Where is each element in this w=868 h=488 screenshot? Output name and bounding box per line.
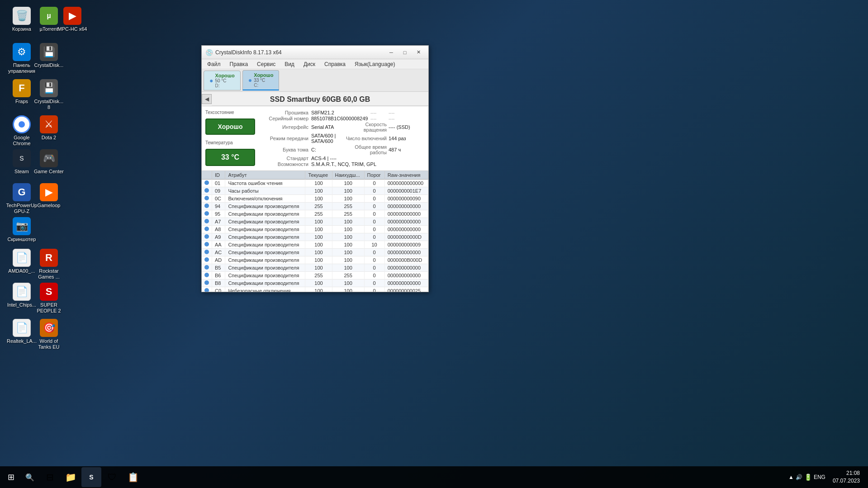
col-worst: Наихудш...	[332, 171, 364, 180]
menu-disk[interactable]: Диск	[300, 60, 319, 68]
table-row[interactable]: A9 Спецификации производителя 100 100 0 …	[202, 233, 428, 241]
row-dot-cell	[202, 187, 212, 195]
row-dot-cell	[202, 280, 212, 287]
clock-time: 21:08	[833, 469, 860, 477]
desktop-icon-rockstar[interactable]: R Rockstar Games ...	[31, 246, 67, 282]
desktop-icon-dota2[interactable]: ⚔ Dota 2	[31, 113, 67, 143]
table-row[interactable]: 94 Спецификации производителя 255 255 0 …	[202, 203, 428, 210]
super-people-icon: S	[40, 283, 58, 301]
row-id: 95	[212, 210, 225, 218]
serial-dash1: ----	[370, 116, 389, 121]
table-row[interactable]: 0C Включения/отключения 100 100 0 000000…	[202, 195, 428, 203]
taskbar-extra-app[interactable]: 📋	[123, 467, 143, 487]
table-row[interactable]: C0 Небезопасные отключения 100 100 0 000…	[202, 287, 428, 292]
table-row[interactable]: B6 Спецификации производителя 255 255 0 …	[202, 272, 428, 280]
row-id: A7	[212, 218, 225, 226]
row-thresh: 10	[364, 241, 384, 249]
systray-lang[interactable]: ENG	[814, 474, 825, 480]
row-thresh: 0	[364, 203, 384, 210]
row-dot-cell	[202, 256, 212, 264]
panel-icon: ⚙	[13, 43, 31, 61]
row-cur: 100	[305, 226, 332, 233]
drive-tab-c[interactable]: ● Хорошо 33 °С C:	[242, 70, 280, 90]
menu-edit[interactable]: Правка	[226, 60, 252, 68]
desktop-icon-gamecenter[interactable]: 🎮 Game Center	[31, 147, 67, 177]
start-button[interactable]: ⊞	[0, 466, 22, 488]
row-thresh: 0	[364, 218, 384, 226]
desktop-icon-mpc[interactable]: ▶ MPC-HC x64	[54, 5, 90, 34]
row-attr: Спецификации производителя	[225, 280, 305, 287]
table-row[interactable]: AD Спецификации производителя 100 100 0 …	[202, 256, 428, 264]
row-attr: Часы работы	[225, 187, 305, 195]
table-row[interactable]: AC Спецификации производителя 100 100 0 …	[202, 249, 428, 256]
row-id: B6	[212, 272, 225, 280]
techpowerup-icon: G	[13, 183, 31, 201]
detail-volume: Буква тома C: Общее время работы 487 ч	[261, 144, 425, 155]
volume-label: Буква тома	[261, 147, 311, 152]
chrome-icon	[13, 115, 31, 133]
row-dot-cell	[202, 272, 212, 280]
row-raw: 00000000000D	[384, 233, 428, 241]
minimize-button[interactable]: ─	[385, 47, 398, 57]
row-cur: 255	[305, 272, 332, 280]
menu-view[interactable]: Вид	[281, 60, 298, 68]
systray: ▲ 🔊 🔋 ENG	[788, 474, 825, 481]
table-row[interactable]: B8 Спецификации производителя 100 100 0 …	[202, 280, 428, 287]
taskbar-file-explorer[interactable]: 📁	[61, 467, 81, 487]
search-button[interactable]: 🔍	[22, 469, 38, 485]
taskbar-steam-app[interactable]: S	[81, 467, 101, 487]
row-worst: 100	[332, 187, 364, 195]
row-thresh: 0	[364, 280, 384, 287]
row-thresh: 0	[364, 226, 384, 233]
rockstar-label: Rockstar Games ...	[33, 268, 65, 280]
row-worst: 100	[332, 218, 364, 226]
drive-c-letter: C:	[254, 83, 273, 88]
row-dot-cell	[202, 287, 212, 292]
info-status-col: Техсостояние Хорошо Температура 33 °С	[205, 110, 255, 167]
firmware-label: Прошивка	[261, 110, 311, 115]
menu-language[interactable]: Язык(Language)	[351, 60, 398, 68]
menu-file[interactable]: Файл	[204, 60, 224, 68]
row-attr: Спецификации производителя	[225, 264, 305, 272]
desktop-icon-gameloop[interactable]: ▶ Gameloop	[31, 181, 67, 211]
taskbar-clock[interactable]: 21:08 07.07.2023	[829, 469, 863, 485]
row-cur: 100	[305, 280, 332, 287]
taskbar-task-view[interactable]: ⊟	[40, 467, 60, 487]
row-dot-cell	[202, 218, 212, 226]
col-id: ID	[212, 171, 225, 180]
maximize-button[interactable]: □	[398, 47, 411, 57]
drive-tab-d[interactable]: ● Хорошо 50 °С D:	[204, 71, 241, 90]
gamecenter-icon: 🎮	[40, 149, 58, 167]
table-row[interactable]: A7 Спецификации производителя 100 100 0 …	[202, 218, 428, 226]
systray-chevron[interactable]: ▲	[788, 474, 794, 480]
table-row[interactable]: 09 Часы работы 100 100 0 0000000001E7	[202, 187, 428, 195]
taskbar-shield-app[interactable]: 🛡	[102, 467, 122, 487]
table-row[interactable]: 95 Спецификации производителя 255 255 0 …	[202, 210, 428, 218]
detail-interface: Интерфейс Serial ATA Скорость вращения -…	[261, 122, 425, 133]
row-thresh: 0	[364, 287, 384, 292]
nav-prev-button[interactable]: ◀	[202, 94, 212, 104]
mpc-label: MPC-HC x64	[58, 26, 87, 32]
row-worst: 100	[332, 256, 364, 264]
row-dot-cell	[202, 195, 212, 203]
menu-service[interactable]: Сервис	[253, 60, 279, 68]
table-row[interactable]: 01 Частота ошибок чтения 100 100 0 00000…	[202, 180, 428, 187]
col-dot	[202, 171, 212, 180]
world-tanks-icon: 🎯	[40, 319, 58, 337]
desktop-icon-screenshot[interactable]: 📷 Скриншотер	[4, 215, 40, 245]
table-row[interactable]: AA Спецификации производителя 100 100 10…	[202, 241, 428, 249]
desktop-icon-crystaldisk2[interactable]: 💾 CrystalDisk... 8	[31, 77, 67, 113]
row-id: AA	[212, 241, 225, 249]
systray-battery[interactable]: 🔋	[804, 474, 812, 481]
smart-table-container[interactable]: ID Атрибут Текущее Наихудш... Порог Raw-…	[202, 171, 428, 292]
table-row[interactable]: B5 Спецификации производителя 100 100 0 …	[202, 264, 428, 272]
menu-help[interactable]: Справка	[321, 60, 349, 68]
table-row[interactable]: A8 Спецификации производителя 100 100 0 …	[202, 226, 428, 233]
desktop-icon-crystaldisk1[interactable]: 💾 CrystalDisk...	[31, 41, 67, 71]
desktop-icon-world-tanks[interactable]: 🎯 World of Tanks EU	[31, 317, 67, 352]
gamecenter-label: Game Center	[34, 169, 64, 175]
systray-volume[interactable]: 🔊	[796, 474, 802, 480]
row-raw: 000000000000	[384, 280, 428, 287]
desktop-icon-super-people[interactable]: S SUPER PEOPLE 2	[31, 280, 67, 316]
close-button[interactable]: ✕	[412, 47, 425, 57]
